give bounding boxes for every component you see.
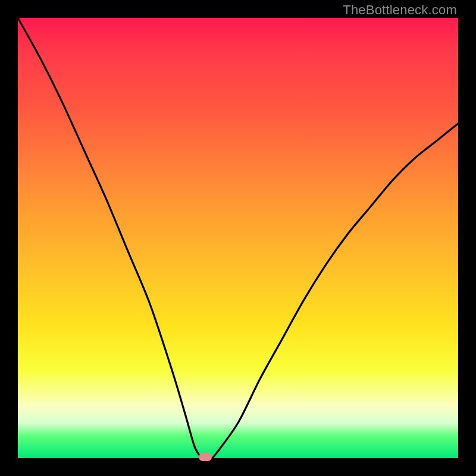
watermark-text: TheBottleneck.com	[343, 2, 457, 18]
chart-frame: TheBottleneck.com	[0, 0, 476, 476]
optimal-point-marker	[199, 453, 212, 461]
bottleneck-curve	[18, 18, 458, 458]
plot-area	[18, 18, 458, 458]
